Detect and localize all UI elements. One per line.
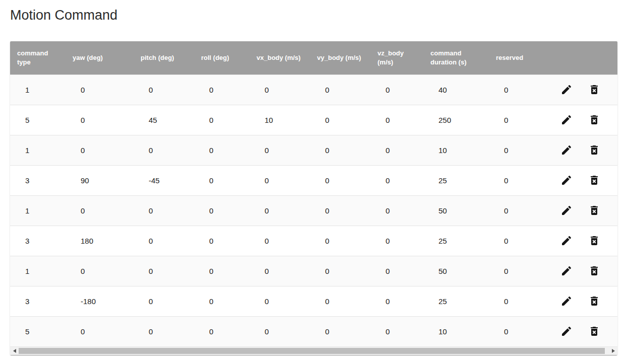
- cell-pitch-deg: 0: [134, 226, 194, 256]
- delete-button[interactable]: [587, 324, 601, 338]
- delete-forever-icon: [588, 84, 600, 96]
- delete-cell: [581, 135, 617, 165]
- cell-reserved: 0: [489, 165, 552, 195]
- cell-vy-body-ms: 0: [310, 226, 370, 256]
- edit-button[interactable]: [559, 143, 574, 157]
- cell-yaw-deg: 0: [66, 316, 134, 346]
- cell-vy-body-ms: 0: [310, 286, 370, 316]
- cell-reserved: 0: [489, 105, 552, 135]
- edit-pencil-icon: [560, 144, 573, 156]
- column-header-delete-actions: [581, 41, 617, 75]
- scrollbar-thumb[interactable]: [19, 348, 605, 354]
- cell-vx-body-ms: 0: [249, 226, 310, 256]
- edit-button[interactable]: [559, 113, 574, 127]
- edit-button[interactable]: [559, 83, 574, 97]
- cell-vx-body-ms: 0: [249, 316, 310, 346]
- delete-forever-icon: [588, 114, 600, 126]
- cell-roll-deg: 0: [194, 256, 249, 286]
- cell-yaw-deg: 0: [66, 135, 134, 165]
- column-header-vy-body-ms: vy_body (m/s): [310, 41, 370, 75]
- edit-button[interactable]: [559, 173, 574, 187]
- delete-button[interactable]: [587, 264, 601, 278]
- column-header-vz-body-ms: vz_body (m/s): [370, 41, 423, 75]
- edit-button[interactable]: [559, 324, 574, 338]
- cell-vz-body-ms: 0: [370, 226, 423, 256]
- motion-command-table: command typeyaw (deg)pitch (deg)roll (de…: [10, 41, 617, 346]
- cell-command-type: 1: [10, 195, 66, 226]
- delete-button[interactable]: [587, 203, 601, 217]
- delete-cell: [581, 165, 617, 195]
- cell-reserved: 0: [489, 286, 552, 316]
- delete-button[interactable]: [587, 173, 601, 187]
- cell-vx-body-ms: 0: [249, 75, 310, 105]
- cell-vz-body-ms: 0: [370, 286, 423, 316]
- edit-button[interactable]: [559, 203, 574, 217]
- edit-pencil-icon: [560, 325, 573, 337]
- table-row: 390-450000250: [10, 165, 617, 195]
- cell-command-duration-s: 25: [423, 226, 489, 256]
- cell-vz-body-ms: 0: [370, 105, 423, 135]
- column-header-yaw-deg: yaw (deg): [66, 41, 134, 75]
- cell-vz-body-ms: 0: [370, 135, 423, 165]
- cell-command-duration-s: 50: [423, 256, 489, 286]
- delete-forever-icon: [588, 204, 600, 216]
- horizontal-scrollbar[interactable]: [10, 346, 617, 355]
- table-header: command typeyaw (deg)pitch (deg)roll (de…: [10, 41, 617, 75]
- cell-command-type: 3: [10, 286, 66, 316]
- cell-pitch-deg: 0: [134, 195, 194, 226]
- delete-button[interactable]: [587, 143, 601, 157]
- column-header-roll-deg: roll (deg): [194, 41, 249, 75]
- delete-button[interactable]: [587, 234, 601, 248]
- edit-button[interactable]: [559, 294, 574, 308]
- delete-button[interactable]: [587, 83, 601, 97]
- cell-vy-body-ms: 0: [310, 165, 370, 195]
- cell-vy-body-ms: 0: [310, 316, 370, 346]
- cell-reserved: 0: [489, 135, 552, 165]
- edit-cell: [552, 286, 581, 316]
- edit-pencil-icon: [560, 174, 573, 186]
- table-row: 1000000100: [10, 135, 617, 165]
- delete-cell: [581, 75, 617, 105]
- cell-pitch-deg: 45: [134, 105, 194, 135]
- delete-cell: [581, 286, 617, 316]
- table-row: 3-18000000250: [10, 286, 617, 316]
- edit-pencil-icon: [560, 114, 573, 126]
- delete-button[interactable]: [587, 113, 601, 127]
- table-row: 1000000500: [10, 256, 617, 286]
- scroll-right-button[interactable]: [609, 347, 617, 355]
- cell-yaw-deg: 0: [66, 105, 134, 135]
- cell-roll-deg: 0: [194, 135, 249, 165]
- cell-vy-body-ms: 0: [310, 105, 370, 135]
- edit-cell: [552, 135, 581, 165]
- edit-cell: [552, 256, 581, 286]
- cell-command-type: 1: [10, 256, 66, 286]
- delete-cell: [581, 105, 617, 135]
- cell-command-type: 1: [10, 135, 66, 165]
- table-row: 318000000250: [10, 226, 617, 256]
- column-header-command-duration-s: command duration (s): [423, 41, 489, 75]
- cell-yaw-deg: 90: [66, 165, 134, 195]
- delete-cell: [581, 226, 617, 256]
- edit-cell: [552, 195, 581, 226]
- cell-command-duration-s: 10: [423, 316, 489, 346]
- scroll-left-button[interactable]: [10, 347, 19, 355]
- delete-button[interactable]: [587, 294, 601, 308]
- cell-reserved: 0: [489, 256, 552, 286]
- column-header-pitch-deg: pitch (deg): [134, 41, 194, 75]
- cell-roll-deg: 0: [194, 165, 249, 195]
- cell-command-type: 5: [10, 105, 66, 135]
- cell-roll-deg: 0: [194, 226, 249, 256]
- edit-button[interactable]: [559, 234, 574, 248]
- left-arrow-icon: [13, 349, 16, 353]
- cell-roll-deg: 0: [194, 286, 249, 316]
- delete-forever-icon: [588, 235, 600, 247]
- cell-command-duration-s: 40: [423, 75, 489, 105]
- cell-vx-body-ms: 0: [249, 256, 310, 286]
- cell-reserved: 0: [489, 226, 552, 256]
- table-row: 1000000500: [10, 195, 617, 226]
- edit-pencil-icon: [560, 265, 573, 277]
- cell-yaw-deg: 180: [66, 226, 134, 256]
- delete-forever-icon: [588, 265, 600, 277]
- cell-yaw-deg: 0: [66, 256, 134, 286]
- edit-button[interactable]: [559, 264, 574, 278]
